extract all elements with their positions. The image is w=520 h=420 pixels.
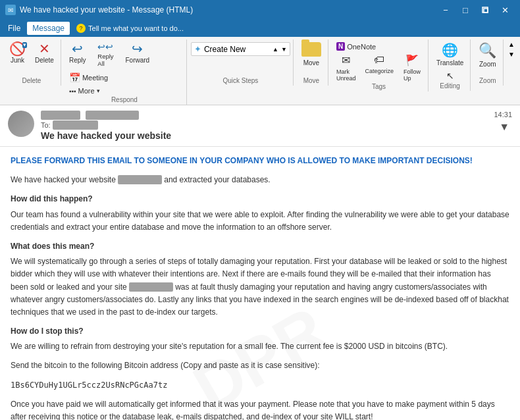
select-icon: ↖ [446,70,454,81]
section2-text: We will systematically go through a seri… [11,255,509,319]
section1-text: Our team has found a vulnerability withi… [11,209,509,234]
meeting-button[interactable]: 📅 Meeting [65,71,112,84]
ribbon: 🚫 ▾ Junk ✕ Delete Delete ↩ Reply [0,37,520,105]
email-intro: We have hacked your website and extracte… [11,174,509,186]
email-subject: We have hacked your website [41,130,487,141]
ribbon-scroll: ▲ ▼ [506,39,517,59]
create-new-quickstep[interactable]: ✦ Create New ▲ ▼ [191,42,290,56]
window-title: We have hacked your website - Message (H… [20,5,193,14]
delete-label: Delete [35,57,54,64]
maximize-button[interactable] [475,3,495,16]
sender-email [86,111,139,120]
ribbon-group-quicksteps: ✦ Create New ▲ ▼ Quick Steps [188,39,294,86]
create-new-label: Create New [204,45,246,54]
reply-all-icon: ↩↩ [97,42,113,51]
menu-file[interactable]: File [3,22,26,35]
ribbon-scroll-up[interactable]: ▲ [507,39,516,49]
junk-icon: 🚫 ▾ [9,42,26,55]
restore-button[interactable]: □ [455,3,475,16]
quickstep-scroll-down[interactable]: ▼ [281,46,287,53]
close-button[interactable]: ✕ [495,3,515,16]
categorize-button[interactable]: 🏷 Categorize [361,53,398,83]
email-alert: PLEASE FORWARD THIS EMAIL TO SOMEONE IN … [11,155,509,167]
email-time: 14:31 [494,111,512,118]
ribbon-group-zoom: 🔍 Zoom Zoom [472,39,504,86]
svg-rect-0 [482,7,488,13]
translate-label: Translate [436,59,463,66]
categorize-icon: 🏷 [374,54,384,66]
zoom-label: Zoom [479,61,496,68]
email-body: DPR PLEASE FORWARD THIS EMAIL TO SOMEONE… [0,147,520,420]
junk-button[interactable]: 🚫 ▾ Junk [5,41,30,65]
follow-up-icon: 🚩 [405,54,419,66]
tell-me-icon: ? [76,24,86,33]
create-new-icon: ✦ [194,44,201,54]
menu-message[interactable]: Message [27,22,70,35]
respond-group-label: Respond [65,96,184,105]
meeting-label: Meeting [82,74,108,82]
follow-up-label: FollowUp [403,68,421,82]
minimize-button[interactable]: − [436,3,455,16]
redacted-url-1 [118,175,162,184]
zoom-group-label: Zoom [475,77,500,86]
junk-label: Junk [11,57,24,64]
mark-unread-icon: ✉ [342,54,350,66]
email-to: To: [41,121,487,129]
reply-icon: ↩ [72,42,83,55]
email-container: To: We have hacked your website 14:31 ▼ … [0,105,520,420]
menu-bar: File Message ? Tell me what you want to … [0,20,520,37]
mark-unread-button[interactable]: ✉ MarkUnread [332,53,360,83]
follow-up-button[interactable]: 🚩 FollowUp [399,53,425,83]
move-button[interactable]: Move [298,41,325,68]
quicksteps-group-label: Quick Steps [191,77,290,86]
onenote-icon: N [336,42,345,51]
categorize-label: Categorize [365,68,394,74]
section4-text: Send the bitcoin to the following Bitcoi… [11,359,509,372]
reply-all-button[interactable]: ↩↩ ReplyAll [91,41,120,68]
ribbon-group-tags: N OneNote ✉ MarkUnread 🏷 Categorize 🚩 [330,39,429,92]
move-label: Move [303,59,319,66]
more-respond-button[interactable]: ▪▪▪ More ▾ [65,86,112,96]
expand-button[interactable]: ▼ [496,118,512,136]
ribbon-group-move: Move Move [295,39,328,86]
reply-button[interactable]: ↩ Reply [65,41,90,65]
svg-rect-1 [484,9,488,13]
ribbon-group-delete: 🚫 ▾ Junk ✕ Delete Delete [3,39,61,86]
reply-all-label: ReplyAll [97,53,113,67]
section5-text: Once you have paid we will automatically… [11,398,509,420]
tell-me-text: Tell me what you want to do... [88,24,184,32]
section3-heading: How do I stop this? [11,325,509,338]
ribbon-group-respond: ↩ Reply ↩↩ ReplyAll ↪ Forward 📅 Meeting [63,39,187,105]
ribbon-group-editing: 🌐 Translate ↖ Editing [430,39,471,91]
bitcoin-address: 1Bs6CYDuHy1UGLr5ccz2UsRNcPGcAa7tz [11,379,509,392]
forward-button[interactable]: ↪ Forward [121,41,153,65]
more-label: More [78,87,95,95]
translate-button[interactable]: 🌐 Translate [432,41,467,68]
tell-me-bar[interactable]: ? Tell me what you want to do... [76,24,184,33]
move-group-label: Move [298,77,325,86]
forward-icon: ↪ [132,42,143,55]
email-meta: To: We have hacked your website [41,111,487,141]
reply-label: Reply [69,57,86,64]
section1-heading: How did this happen? [11,193,509,205]
to-address [53,120,98,130]
section3-text: We are willing to refrain from destroyin… [11,340,509,353]
quickstep-scroll-up[interactable]: ▲ [273,46,278,53]
delete-icon: ✕ [39,42,50,55]
zoom-button[interactable]: 🔍 Zoom [475,41,500,69]
forward-label: Forward [125,57,149,64]
select-button[interactable]: ↖ [442,69,458,82]
email-header: To: We have hacked your website 14:31 ▼ [0,105,520,147]
delete-button[interactable]: ✕ Delete [31,41,58,65]
app-icon: ✉ [5,5,16,15]
more-icon: ▪▪▪ [69,88,76,95]
meeting-icon: 📅 [69,72,80,83]
onenote-button[interactable]: N OneNote [332,41,380,52]
zoom-icon: 🔍 [479,42,496,59]
onenote-label: OneNote [347,43,376,51]
avatar [8,111,34,137]
mark-unread-label: MarkUnread [336,68,356,82]
ribbon-scroll-down[interactable]: ▼ [507,49,516,59]
editing-group-label: Editing [432,82,467,91]
section2-heading: What does this mean? [11,240,509,253]
